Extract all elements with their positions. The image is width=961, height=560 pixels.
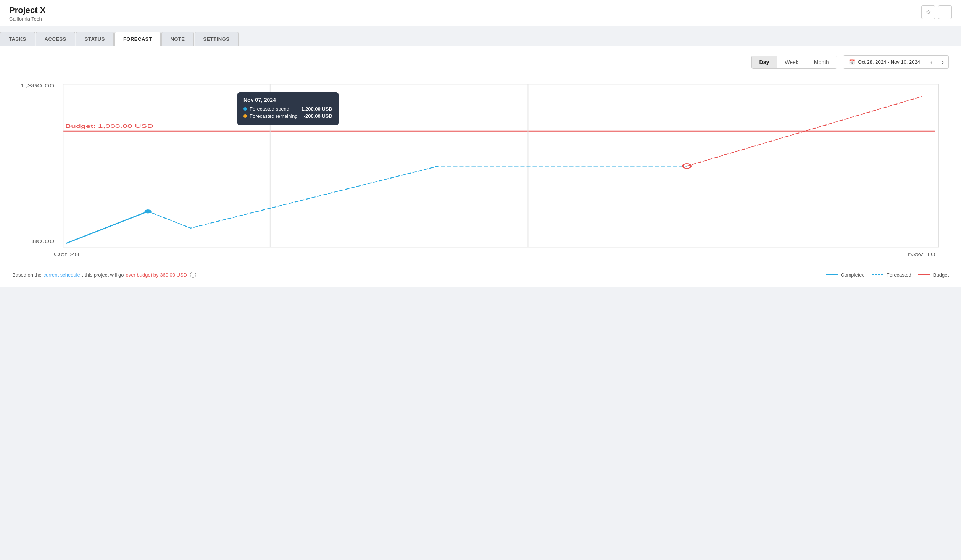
view-month-button[interactable]: Month — [806, 56, 837, 68]
legend-budget-label: Budget — [933, 272, 949, 278]
chart-svg: 1,360.00 80.00 Budget: 1,000.00 USD — [12, 76, 949, 267]
project-subtitle: California Tech — [9, 16, 45, 22]
app-header: Project X California Tech ☆ ⋮ — [0, 0, 961, 26]
tab-tasks[interactable]: TASKS — [0, 32, 35, 46]
info-icon[interactable]: i — [190, 272, 196, 278]
footer-left: Based on the current schedule , this pro… — [12, 272, 196, 278]
legend-forecasted-label: Forecasted — [887, 272, 911, 278]
chart-controls: Day Week Month 📅 Oct 28, 2024 - Nov 10, … — [12, 55, 949, 69]
tab-access[interactable]: ACCESS — [36, 32, 75, 46]
svg-text:Nov 10: Nov 10 — [908, 251, 935, 257]
more-icon: ⋮ — [942, 9, 948, 16]
date-range-label: 📅 Oct 28, 2024 - Nov 10, 2024 — [843, 56, 926, 68]
tab-forecast[interactable]: FORECAST — [114, 32, 161, 46]
view-toggle: Day Week Month — [751, 56, 837, 69]
chart-footer: Based on the current schedule , this pro… — [12, 272, 949, 278]
tab-status[interactable]: STATUS — [76, 32, 114, 46]
next-date-button[interactable]: › — [937, 56, 948, 68]
svg-text:1,360.00: 1,360.00 — [20, 83, 54, 89]
project-info: Project X California Tech — [9, 5, 45, 22]
legend-completed-label: Completed — [841, 272, 865, 278]
tab-note[interactable]: NOTE — [161, 32, 193, 46]
svg-text:80.00: 80.00 — [32, 238, 54, 244]
tab-bar: TASKS ACCESS STATUS FORECAST NOTE SETTIN… — [0, 26, 961, 46]
over-budget-text: over budget by 360.00 USD — [126, 272, 187, 278]
legend-completed-icon — [826, 272, 838, 277]
chart-legend: Completed Forecasted Budget — [826, 272, 949, 278]
legend-forecasted: Forecasted — [872, 272, 911, 278]
prev-date-button[interactable]: ‹ — [926, 56, 937, 68]
current-schedule-link[interactable]: current schedule — [44, 272, 80, 278]
svg-text:Oct 28: Oct 28 — [53, 251, 79, 257]
content-area: Day Week Month 📅 Oct 28, 2024 - Nov 10, … — [0, 46, 961, 287]
view-week-button[interactable]: Week — [777, 56, 806, 68]
legend-forecasted-icon — [872, 272, 884, 277]
project-title: Project X — [9, 5, 45, 15]
svg-text:Budget:  1,000.00 USD: Budget: 1,000.00 USD — [65, 123, 153, 129]
legend-budget: Budget — [918, 272, 949, 278]
tab-settings[interactable]: SETTINGS — [195, 32, 239, 46]
calendar-icon: 📅 — [849, 59, 855, 65]
header-actions: ☆ ⋮ — [921, 5, 952, 19]
view-day-button[interactable]: Day — [752, 56, 777, 68]
date-range-text: Oct 28, 2024 - Nov 10, 2024 — [858, 59, 920, 65]
more-button[interactable]: ⋮ — [938, 5, 952, 19]
legend-completed: Completed — [826, 272, 865, 278]
chart-wrapper: 1,360.00 80.00 Budget: 1,000.00 USD — [12, 76, 949, 267]
star-button[interactable]: ☆ — [921, 5, 935, 19]
svg-rect-10 — [63, 84, 938, 247]
footer-text-middle: , this project will go — [82, 272, 124, 278]
legend-budget-icon — [918, 272, 930, 277]
date-range-control: 📅 Oct 28, 2024 - Nov 10, 2024 ‹ › — [843, 55, 949, 69]
footer-text-before: Based on the — [12, 272, 42, 278]
star-icon: ☆ — [926, 9, 931, 16]
